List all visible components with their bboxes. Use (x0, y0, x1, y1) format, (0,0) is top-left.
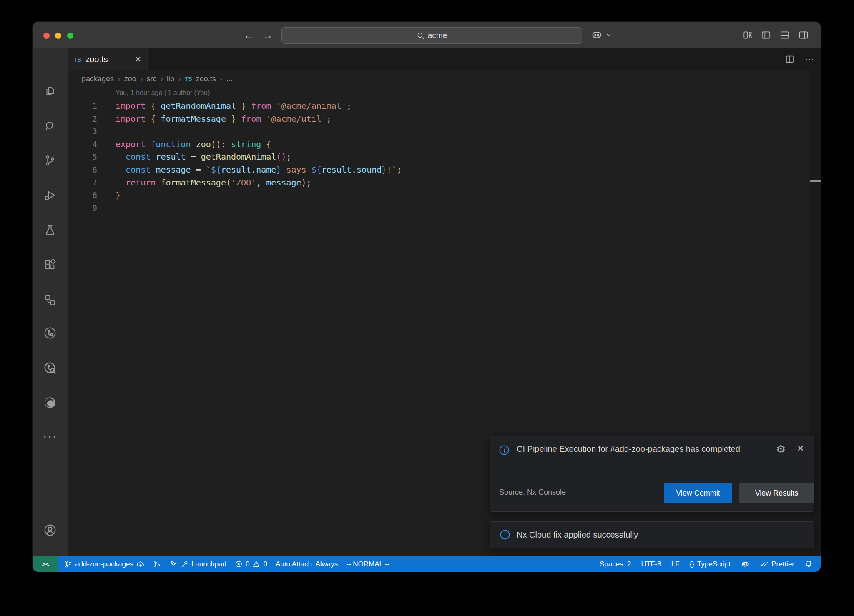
close-window-button[interactable] (43, 33, 50, 39)
breadcrumb-item[interactable]: lib (167, 75, 174, 83)
copilot-icon[interactable] (590, 22, 603, 48)
notifications-bell-icon[interactable] (804, 560, 813, 568)
chevron-right-icon: › (178, 74, 181, 84)
account-icon[interactable] (33, 518, 68, 542)
code-line[interactable]: 8} (68, 189, 810, 202)
vim-mode-status-item[interactable]: -- NORMAL -- (346, 560, 389, 568)
language-status-item[interactable]: {} TypeScript (690, 560, 731, 568)
code-line[interactable]: 2import { formatMessage } from '@acme/ut… (68, 113, 810, 125)
status-bar: >< add-zoo-packages (33, 556, 821, 572)
encoding-status-item[interactable]: UTF-8 (641, 560, 661, 568)
line-content: const result = getRandomAnimal(); (97, 150, 291, 163)
breadcrumb-item[interactable]: src (146, 75, 156, 83)
source-control-icon[interactable] (33, 149, 68, 172)
git-blame-codelens[interactable]: You, 1 hour ago | 1 author (You) (116, 89, 210, 97)
notification-close-icon[interactable]: ✕ (797, 443, 804, 453)
line-number: 8 (68, 189, 97, 202)
code-line[interactable]: 5 const result = getRandomAnimal(); (68, 150, 810, 163)
cursor-overview-mark (810, 180, 821, 182)
breadcrumb-item[interactable]: packages (82, 75, 114, 83)
info-icon (498, 444, 510, 456)
copilot-status-item[interactable] (741, 560, 750, 569)
formatter-status-item[interactable]: Prettier (760, 560, 794, 568)
zoom-window-button[interactable] (67, 33, 73, 39)
launchpad-label: Launchpad (191, 560, 226, 568)
line-content: const message = `${result.name} says ${r… (97, 163, 402, 176)
code-line[interactable]: 6 const message = `${result.name} says $… (68, 163, 810, 176)
search-icon (417, 32, 424, 40)
line-content: return formatMessage('ZOO', message); (97, 176, 311, 189)
double-check-icon (760, 560, 769, 568)
gitlens-inspect-icon[interactable] (33, 356, 68, 380)
gitlens-icon[interactable] (33, 321, 68, 345)
breadcrumb-item[interactable]: zoo (124, 75, 136, 83)
toggle-primary-sidebar-icon[interactable] (761, 22, 771, 48)
chevron-down-icon[interactable] (605, 22, 612, 48)
line-number: 1 (68, 100, 97, 113)
explorer-icon[interactable] (33, 79, 68, 103)
code-lines[interactable]: 1import { getRandomAnimal } from '@acme/… (68, 100, 810, 214)
error-icon (235, 560, 243, 568)
breadcrumb-more[interactable]: ... (226, 75, 232, 83)
line-content (97, 202, 116, 215)
line-number: 6 (68, 163, 97, 176)
toggle-panel-icon[interactable] (779, 22, 790, 48)
launchpad-status-item[interactable]: Launchpad (169, 560, 226, 568)
line-content (97, 125, 116, 138)
toggle-secondary-sidebar-icon[interactable] (798, 22, 809, 48)
command-center-search[interactable]: acme (281, 27, 582, 44)
branch-name: add-zoo-packages (75, 560, 133, 568)
customize-layout-icon[interactable] (742, 22, 753, 48)
desktop: ← → acme (0, 0, 854, 616)
indentation-status-item[interactable]: Spaces: 2 (600, 560, 631, 568)
cloud-upload-icon (136, 560, 145, 568)
code-line[interactable]: 9 (68, 202, 810, 215)
tab-zoo-ts[interactable]: TS zoo.ts ✕ (68, 48, 148, 70)
line-number: 2 (68, 113, 97, 125)
more-views-icon[interactable]: ··· (33, 425, 68, 448)
search-icon[interactable] (33, 115, 68, 138)
back-icon[interactable]: ← (244, 22, 254, 48)
line-number: 4 (68, 138, 97, 151)
search-value: acme (428, 31, 447, 40)
error-count: 0 (246, 560, 249, 568)
view-commit-button[interactable]: View Commit (664, 483, 732, 503)
chevron-right-icon: › (140, 74, 143, 84)
line-content: import { getRandomAnimal } from '@acme/a… (97, 100, 352, 113)
auto-attach-status-item[interactable]: Auto Attach: Always (276, 560, 338, 568)
forward-icon[interactable]: → (262, 22, 273, 48)
notification-settings-gear-icon[interactable]: ⚙ (776, 443, 786, 454)
brackets-icon: {} (690, 560, 694, 568)
indent-guide (116, 151, 116, 189)
testing-icon[interactable] (33, 218, 68, 242)
line-content: import { formatMessage } from '@acme/uti… (97, 113, 332, 125)
commit-graph-status-item[interactable] (153, 560, 161, 568)
notification-source: Source: Nx Console (499, 488, 566, 497)
code-line[interactable]: 1import { getRandomAnimal } from '@acme/… (68, 100, 810, 113)
tab-close-icon[interactable]: ✕ (135, 55, 141, 64)
eol-status-item[interactable]: LF (671, 560, 680, 568)
info-icon (499, 529, 511, 541)
code-line[interactable]: 7 return formatMessage('ZOO', message); (68, 176, 810, 189)
rocket-icon (169, 560, 178, 568)
extensions-icon[interactable] (33, 253, 68, 276)
editor-more-actions-icon[interactable]: ⋯ (805, 54, 815, 65)
split-editor-icon[interactable] (785, 54, 795, 64)
notification-toast-ci-pipeline: CI Pipeline Execution for #add-zoo-packa… (490, 436, 814, 512)
chevron-right-icon: › (220, 74, 223, 84)
edge-browser-icon[interactable] (33, 391, 68, 414)
typescript-file-icon: TS (185, 75, 192, 82)
custom-view-icon[interactable] (33, 288, 68, 312)
problems-status-item[interactable]: 0 0 (235, 560, 267, 568)
branch-status-item[interactable]: add-zoo-packages (64, 560, 145, 568)
code-line[interactable]: 3 (68, 125, 810, 138)
breadcrumb-file[interactable]: zoo.ts (196, 75, 216, 83)
tab-bar: TS zoo.ts ✕ ⋯ (68, 48, 821, 70)
run-debug-icon[interactable] (33, 184, 68, 207)
code-line[interactable]: 4export function zoo(): string { (68, 138, 810, 151)
view-results-button[interactable]: View Results (739, 483, 814, 503)
minimize-window-button[interactable] (55, 33, 61, 39)
line-number: 7 (68, 176, 97, 189)
typescript-file-icon: TS (73, 56, 81, 63)
remote-indicator[interactable]: >< (33, 556, 58, 572)
